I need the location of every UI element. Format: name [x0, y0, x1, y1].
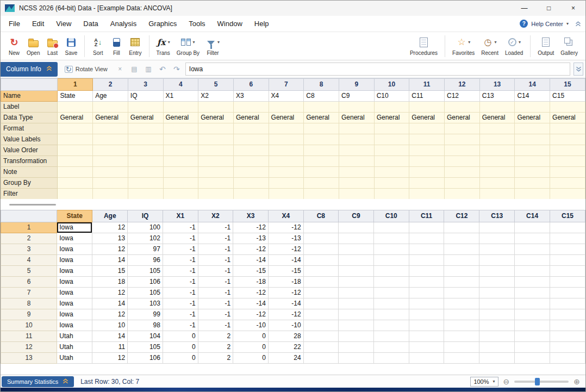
- datagrid-cell[interactable]: [479, 266, 515, 277]
- datagrid-column-header[interactable]: C15: [550, 210, 585, 222]
- datagrid-row-header[interactable]: 8: [1, 298, 57, 309]
- colinfo-cell[interactable]: [58, 145, 93, 156]
- datagrid-cell[interactable]: 24: [268, 353, 303, 364]
- colinfo-column-header[interactable]: 1: [58, 79, 93, 91]
- colinfo-column-header[interactable]: 12: [445, 79, 480, 91]
- colinfo-cell[interactable]: [198, 189, 234, 200]
- datagrid-cell[interactable]: [444, 266, 479, 277]
- colinfo-name-cell[interactable]: X4: [269, 91, 304, 102]
- datagrid-cell[interactable]: 105: [128, 266, 163, 277]
- colinfo-row-label[interactable]: Data Type: [1, 113, 58, 123]
- datagrid-cell[interactable]: Utah: [57, 353, 92, 364]
- datagrid-cell[interactable]: [479, 277, 515, 288]
- colinfo-cell[interactable]: [233, 102, 269, 113]
- datagrid-cell[interactable]: [303, 277, 339, 288]
- colinfo-cell[interactable]: [198, 178, 234, 189]
- datagrid-cell[interactable]: [550, 255, 585, 266]
- colinfo-name-cell[interactable]: IQ: [128, 91, 163, 102]
- colinfo-datatype-cell[interactable]: General: [445, 113, 480, 123]
- datagrid-cell[interactable]: -1: [198, 309, 233, 320]
- datagrid-cell[interactable]: [479, 298, 515, 309]
- datagrid-cell[interactable]: 12: [92, 309, 128, 320]
- colinfo-cell[interactable]: [550, 145, 585, 156]
- datagrid-cell[interactable]: [444, 320, 479, 331]
- datagrid-cell[interactable]: [515, 288, 550, 298]
- colinfo-cell[interactable]: [409, 178, 445, 189]
- datagrid-cell[interactable]: [409, 320, 444, 331]
- colinfo-cell[interactable]: [304, 178, 339, 189]
- undo-icon[interactable]: ↶: [157, 64, 168, 74]
- cell-edit-input[interactable]: [185, 63, 570, 76]
- datagrid-row-header[interactable]: 3: [1, 244, 57, 255]
- datagrid-cell[interactable]: -1: [163, 288, 198, 298]
- datagrid-cell[interactable]: -1: [198, 288, 233, 298]
- colinfo-column-header[interactable]: 11: [409, 79, 445, 91]
- clear-cell-icon[interactable]: ×: [115, 64, 126, 74]
- datagrid-cell[interactable]: [303, 266, 339, 277]
- datagrid-column-header[interactable]: IQ: [128, 210, 163, 222]
- toolbar-loaded-button[interactable]: ✓▾Loaded: [502, 35, 526, 57]
- datagrid-cell[interactable]: [515, 320, 550, 331]
- datagrid-cell[interactable]: [444, 288, 479, 298]
- datagrid-cell[interactable]: [339, 266, 374, 277]
- datagrid-row-header[interactable]: 4: [1, 255, 57, 266]
- colinfo-cell[interactable]: [479, 145, 515, 156]
- colinfo-cell[interactable]: [339, 102, 374, 113]
- colinfo-cell[interactable]: [128, 123, 163, 134]
- datagrid-cell[interactable]: [550, 277, 585, 288]
- datagrid-cell[interactable]: 13: [92, 233, 128, 244]
- datagrid-row-header[interactable]: 11: [1, 331, 57, 342]
- datagrid-cell[interactable]: [550, 331, 585, 342]
- datagrid-cell[interactable]: [515, 298, 550, 309]
- colinfo-cell[interactable]: [515, 189, 550, 200]
- datagrid-cell[interactable]: 14: [92, 255, 128, 266]
- datagrid-cell[interactable]: [409, 353, 444, 364]
- datagrid-cell[interactable]: Iowa: [57, 222, 92, 233]
- datagrid-cell[interactable]: -1: [163, 309, 198, 320]
- menu-analysis[interactable]: Analysis: [104, 16, 142, 32]
- colinfo-datatype-cell[interactable]: General: [198, 113, 234, 123]
- datagrid-cell[interactable]: [550, 309, 585, 320]
- colinfo-cell[interactable]: [515, 134, 550, 145]
- toolbar-recent-button[interactable]: ◷▾Recent: [478, 35, 502, 57]
- datagrid-cell[interactable]: -13: [233, 233, 269, 244]
- colinfo-name-cell[interactable]: C15: [550, 91, 585, 102]
- datagrid-cell[interactable]: -1: [198, 277, 233, 288]
- colinfo-cell[interactable]: [339, 156, 374, 167]
- toolbar-trans-button[interactable]: ƒx▾Trans: [153, 35, 173, 57]
- datagrid-cell[interactable]: 12: [92, 222, 128, 233]
- datagrid-cell[interactable]: [339, 288, 374, 298]
- menu-tools[interactable]: Tools: [183, 16, 211, 32]
- datagrid-column-header[interactable]: X1: [163, 210, 198, 222]
- datagrid-cell[interactable]: -1: [163, 266, 198, 277]
- colinfo-row-label[interactable]: Group By: [1, 178, 58, 189]
- datagrid-cell[interactable]: [550, 320, 585, 331]
- colinfo-cell[interactable]: [93, 156, 128, 167]
- datagrid-cell[interactable]: -15: [268, 266, 303, 277]
- colinfo-cell[interactable]: [550, 189, 585, 200]
- colinfo-cell[interactable]: [58, 167, 93, 178]
- datagrid-cell[interactable]: [373, 277, 409, 288]
- toolbar-output-button[interactable]: Output: [534, 35, 557, 57]
- datagrid-cell[interactable]: -12: [268, 222, 303, 233]
- colinfo-cell[interactable]: [479, 167, 515, 178]
- help-center-dropdown-icon[interactable]: ▾: [566, 21, 569, 26]
- colinfo-cell[interactable]: [304, 156, 339, 167]
- toolbar-save-button[interactable]: Save: [61, 35, 80, 57]
- datagrid-cell[interactable]: [373, 244, 409, 255]
- datagrid-cell[interactable]: [550, 244, 585, 255]
- colinfo-cell[interactable]: [163, 156, 198, 167]
- colinfo-cell[interactable]: [339, 189, 374, 200]
- colinfo-cell[interactable]: [163, 167, 198, 178]
- colinfo-cell[interactable]: [550, 178, 585, 189]
- datagrid-cell[interactable]: [444, 298, 479, 309]
- datagrid-cell[interactable]: 106: [128, 277, 163, 288]
- toolbar-filter-button[interactable]: ▾Filter: [203, 35, 223, 57]
- datagrid-cell[interactable]: -12: [268, 244, 303, 255]
- datagrid-cell[interactable]: -1: [198, 298, 233, 309]
- toolbar-sort-button[interactable]: AZ↓Sort: [89, 35, 107, 57]
- datagrid-cell[interactable]: -12: [268, 309, 303, 320]
- datagrid-cell[interactable]: [339, 320, 374, 331]
- datagrid-cell[interactable]: [373, 298, 409, 309]
- datagrid-cell[interactable]: [339, 342, 374, 353]
